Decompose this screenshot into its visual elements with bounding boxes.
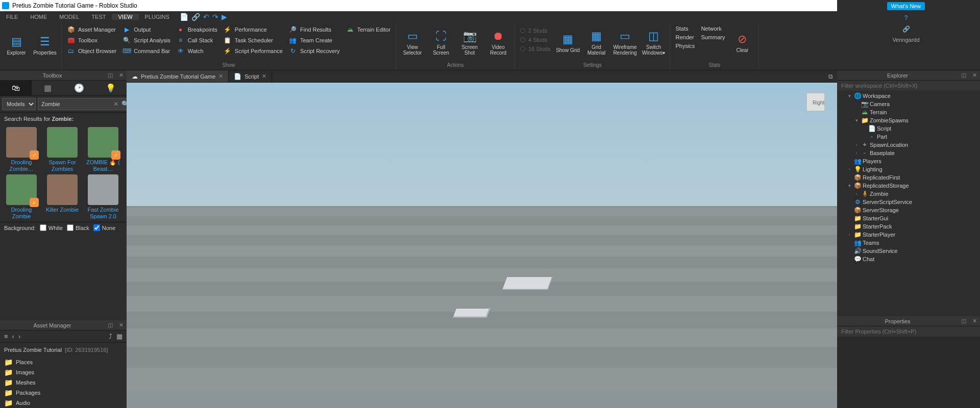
tree-node-camera[interactable]: 📷Camera (837, 100, 980, 108)
explorer-button[interactable]: ▤ Explorer (2, 23, 31, 67)
asset-folder-audio[interactable]: 📁Audio (0, 398, 127, 408)
tree-arrow-icon[interactable]: › (846, 232, 852, 237)
screen-shot-button[interactable]: 📷Screen Shot (455, 23, 484, 61)
asset-folder-packages[interactable]: 📁Packages (0, 388, 127, 398)
tree-node-workspace[interactable]: ▾🌐Workspace (837, 92, 980, 100)
bg-none-radio[interactable]: None (93, 224, 115, 231)
tree-node-part[interactable]: ▫Part (837, 133, 980, 141)
tree-node-startergui[interactable]: 📁StarterGui (837, 214, 980, 222)
tree-node-zombiespawns[interactable]: ▾📁ZombieSpawns (837, 116, 980, 124)
am-forward-icon[interactable]: › (18, 333, 20, 340)
toolbox-item[interactable]: ✓ZOMBIE 🔥 ( Beast… (84, 127, 122, 172)
stats-physics-button[interactable]: Physics (673, 42, 697, 50)
full-screen-button[interactable]: ⛶Full Screen (427, 23, 455, 61)
tree-node-replicatedfirst[interactable]: 📦ReplicatedFirst (837, 173, 980, 182)
terrain-editor-button[interactable]: ⛰ Terrain Editor (344, 24, 393, 35)
assetmgr-close-icon[interactable]: ✕ (116, 322, 127, 328)
view-selector-button[interactable]: ▭View Selector (398, 23, 427, 61)
toolbox-tab-marketplace[interactable]: 🛍 (0, 81, 32, 95)
tree-node-serverstorage[interactable]: 📦ServerStorage (837, 206, 980, 214)
output-button[interactable]: ▶Output (120, 24, 173, 35)
toolbox-tab-recent[interactable]: 🕑 (63, 81, 95, 95)
qat-redo-icon[interactable]: ↷ (212, 13, 218, 21)
properties-button[interactable]: ☰ Properties (31, 23, 59, 67)
am-menu-icon[interactable]: ≡ (4, 333, 8, 340)
script-analysis-button[interactable]: 🔍Script Analysis (120, 35, 173, 45)
find-results-button[interactable]: 🔎Find Results (287, 24, 342, 35)
script-recovery-button[interactable]: ↻Script Recovery (287, 46, 342, 56)
grid-material-button[interactable]: ▦Grid Material (582, 23, 610, 61)
view-selector-gizmo[interactable]: Right (802, 91, 828, 116)
object-browser-button[interactable]: 🗂Object Browser (65, 46, 118, 56)
tree-node-zombie[interactable]: ›🧍Zombie (837, 190, 980, 198)
stud-option[interactable]: 2 Studs (520, 28, 550, 34)
bg-black-radio[interactable]: Black (67, 224, 89, 231)
asset-manager-button[interactable]: 📦Asset Manager (65, 24, 118, 35)
menu-file[interactable]: FILE (0, 14, 24, 20)
username-label[interactable]: Venngardd (892, 37, 919, 43)
clear-stats-button[interactable]: ⊘ Clear (728, 23, 756, 61)
am-upload-icon[interactable]: ⤴ (109, 333, 112, 340)
tree-node-terrain[interactable]: ⛰Terrain (837, 108, 980, 116)
wireframe-rendering-button[interactable]: ▭Wireframe Rendering (610, 23, 639, 61)
toolbox-button[interactable]: 🧰Toolbox (65, 35, 118, 45)
tree-node-lighting[interactable]: ›💡Lighting (837, 165, 980, 173)
explorer-close-icon[interactable]: ✕ (969, 72, 980, 79)
stats-summary-button[interactable]: Summary (699, 33, 727, 41)
menu-home[interactable]: HOME (24, 14, 53, 20)
script-performance-button[interactable]: ⚡Script Performance (222, 46, 285, 56)
help-icon[interactable]: ? (904, 14, 908, 21)
properties-filter-input[interactable] (837, 326, 980, 337)
tree-arrow-icon[interactable]: › (846, 167, 852, 172)
properties-popout-icon[interactable]: ◫ (958, 318, 969, 324)
menu-plugins[interactable]: PLUGINS (139, 14, 176, 20)
menu-view[interactable]: VIEW (112, 14, 138, 20)
bg-white-radio[interactable]: White (40, 224, 63, 231)
asset-folder-places[interactable]: 📁Places (0, 357, 127, 367)
tree-arrow-icon[interactable]: ▾ (853, 118, 860, 123)
toolbox-item[interactable]: Killer Zombie (43, 174, 82, 220)
tree-node-chat[interactable]: 💬Chat (837, 255, 980, 263)
doc-tab[interactable]: 📄Script✕ (229, 70, 272, 82)
viewport-part[interactable] (453, 308, 490, 317)
whats-new-button[interactable]: What's New (887, 2, 925, 10)
tree-node-starterplayer[interactable]: ›📁StarterPlayer (837, 231, 980, 239)
switch-windows--button[interactable]: ◫Switch Windows▾ (639, 23, 668, 61)
tree-node-soundservice[interactable]: 🔊SoundService (837, 247, 980, 255)
toolbox-item[interactable]: Fast Zombie Spawn 2.0 (84, 174, 122, 220)
call-stack-button[interactable]: ≡Call Stack (175, 35, 219, 45)
3d-viewport[interactable]: Right (127, 83, 837, 408)
explorer-popout-icon[interactable]: ◫ (958, 72, 969, 79)
qat-save-icon[interactable]: ↶ (203, 13, 209, 21)
tree-node-serverscriptservice[interactable]: ⚙ServerScriptService (837, 198, 980, 206)
toolbox-item[interactable]: ✓Drooling Zombie (2, 174, 41, 220)
toolbox-item[interactable]: Spawn For Zombies (43, 127, 82, 172)
command-bar-button[interactable]: ⌨Command Bar (120, 46, 173, 56)
doc-tab[interactable]: ☁Pretius Zombie Tutorial Game✕ (127, 70, 229, 82)
qat-open-icon[interactable]: 🔗 (191, 13, 200, 21)
tab-close-icon[interactable]: ✕ (262, 73, 266, 80)
tree-node-spawnlocation[interactable]: ›✦SpawnLocation (837, 141, 980, 149)
qat-play-icon[interactable]: ▶ (222, 13, 227, 21)
tree-arrow-icon[interactable]: › (853, 142, 860, 147)
qat-new-icon[interactable]: 📄 (180, 13, 188, 21)
search-clear-icon[interactable]: ✕ (112, 100, 120, 108)
tree-arrow-icon[interactable]: ▾ (846, 93, 852, 98)
stats-network-button[interactable]: Network (699, 24, 727, 33)
video-record-button[interactable]: ⏺Video Record (484, 23, 512, 61)
performance-button[interactable]: ⚡Performance (222, 24, 285, 35)
menu-model[interactable]: MODEL (53, 14, 85, 20)
am-grid-icon[interactable]: ▦ (116, 333, 122, 340)
toolbox-tab-inventory[interactable]: ▦ (32, 81, 63, 95)
viewport-expand-icon[interactable]: ⧉ (824, 73, 837, 80)
stud-option[interactable]: 16 Studs (520, 46, 550, 52)
toolbox-item[interactable]: ✓Drooling Zombie… (2, 127, 41, 172)
assetmgr-popout-icon[interactable]: ◫ (105, 322, 116, 328)
team-create-button[interactable]: 👥Team Create (287, 35, 342, 45)
task-scheduler-button[interactable]: 📋Task Scheduler (222, 35, 285, 45)
tree-arrow-icon[interactable]: ▾ (846, 183, 852, 188)
explorer-filter-input[interactable] (837, 81, 980, 91)
toolbox-category-select[interactable]: Models (2, 98, 36, 110)
properties-close-icon[interactable]: ✕ (969, 318, 980, 324)
stats-render-button[interactable]: Render (673, 33, 697, 41)
